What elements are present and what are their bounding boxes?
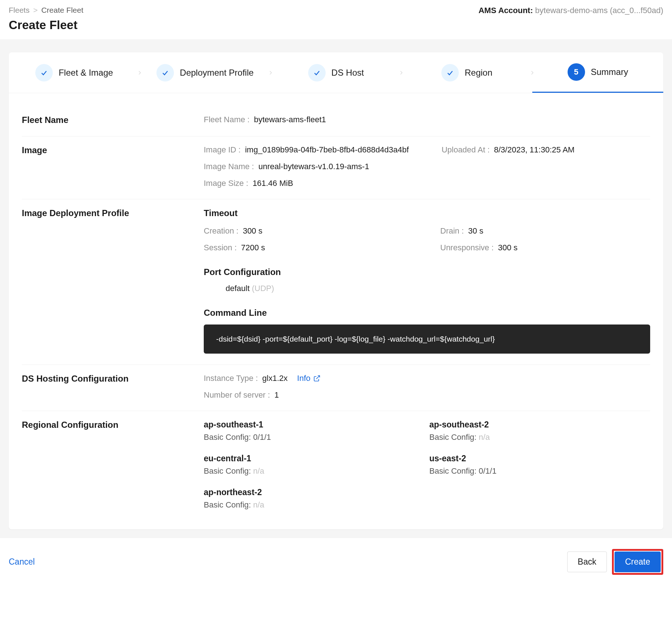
region-name: ap-southeast-1	[204, 420, 415, 430]
page-title: Create Fleet	[9, 18, 83, 32]
step-label: DS Host	[331, 68, 364, 78]
main-card: Fleet & Image Deployment Profile DS Host	[9, 52, 663, 529]
section-heading: Image	[22, 145, 204, 188]
step-label: Deployment Profile	[180, 68, 254, 78]
footer: Cancel Back Create	[0, 538, 672, 578]
cancel-link[interactable]: Cancel	[9, 557, 35, 567]
drain-value: 30 s	[468, 226, 484, 236]
region-config: Basic Config: n/a	[429, 433, 640, 442]
region-item: us-east-2Basic Config: 0/1/1	[429, 454, 640, 476]
region-item: eu-central-1Basic Config: n/a	[204, 454, 415, 476]
region-config: Basic Config: 0/1/1	[429, 466, 640, 476]
section-deployment-profile: Image Deployment Profile Timeout Creatio…	[22, 199, 650, 365]
image-size-label: Image Size :	[204, 179, 248, 188]
step-deployment-profile[interactable]: Deployment Profile	[140, 52, 271, 93]
session-value: 7200 s	[241, 243, 265, 252]
session-label: Session :	[204, 243, 237, 252]
check-icon	[308, 64, 326, 81]
region-name: eu-central-1	[204, 454, 415, 463]
stepper: Fleet & Image Deployment Profile DS Host	[9, 52, 663, 93]
check-icon	[441, 64, 459, 81]
step-label: Summary	[591, 67, 628, 77]
port-name: default	[226, 284, 250, 293]
section-image: Image Image ID : img_0189b99a-04fb-7beb-…	[22, 136, 650, 199]
check-icon	[156, 64, 174, 81]
fleet-name-label: Fleet Name :	[204, 115, 250, 124]
check-icon	[35, 64, 53, 81]
account-value: bytewars-demo-ams (acc_0...f50ad)	[535, 6, 663, 15]
timeout-heading: Timeout	[204, 208, 650, 218]
image-name-value: unreal-bytewars-v1.0.19-ams-1	[258, 162, 369, 171]
section-heading: Image Deployment Profile	[22, 208, 204, 354]
instance-type-value: glx1.2x	[262, 374, 288, 383]
region-config: Basic Config: n/a	[204, 466, 415, 476]
external-link-icon	[313, 375, 321, 382]
region-config: Basic Config: 0/1/1	[204, 433, 415, 442]
command-line-heading: Command Line	[204, 308, 650, 318]
info-link[interactable]: Info	[297, 374, 321, 383]
step-summary[interactable]: 5 Summary	[532, 52, 663, 93]
region-item: ap-southeast-2Basic Config: n/a	[429, 420, 640, 442]
account-label: AMS Account:	[478, 6, 535, 15]
server-count-label: Number of server :	[204, 390, 270, 400]
create-button[interactable]: Create	[615, 552, 661, 572]
section-regional: Regional Configuration ap-southeast-1Bas…	[22, 411, 650, 521]
image-id-value: img_0189b99a-04fb-7beb-8fb4-d688d4d3a4bf	[245, 145, 409, 155]
region-config: Basic Config: n/a	[204, 500, 415, 510]
breadcrumb-root[interactable]: Fleets	[9, 6, 29, 15]
section-ds-hosting: DS Hosting Configuration Instance Type :…	[22, 365, 650, 411]
port-protocol: (UDP)	[252, 284, 274, 293]
step-number-badge: 5	[568, 63, 585, 81]
image-id-label: Image ID :	[204, 145, 240, 155]
step-label: Region	[465, 68, 492, 78]
drain-label: Drain :	[440, 226, 464, 236]
account-info: AMS Account: bytewars-demo-ams (acc_0...…	[478, 6, 663, 15]
section-heading: DS Hosting Configuration	[22, 374, 204, 400]
uploaded-at-value: 8/3/2023, 11:30:25 AM	[494, 145, 574, 155]
step-fleet-image[interactable]: Fleet & Image	[9, 52, 140, 93]
region-name: ap-southeast-2	[429, 420, 640, 430]
section-heading: Regional Configuration	[22, 420, 204, 510]
back-button[interactable]: Back	[567, 552, 607, 572]
port-config-heading: Port Configuration	[204, 267, 650, 277]
breadcrumb-current: Create Fleet	[41, 6, 83, 15]
region-name: ap-northeast-2	[204, 487, 415, 497]
creation-label: Creation :	[204, 226, 238, 236]
unresponsive-value: 300 s	[498, 243, 518, 252]
section-heading: Fleet Name	[22, 115, 204, 125]
command-line-value: -dsid=${dsid} -port=${default_port} -log…	[204, 325, 650, 354]
page-header: Fleets > Create Fleet Create Fleet AMS A…	[0, 0, 672, 39]
fleet-name-value: bytewars-ams-fleet1	[254, 115, 326, 124]
create-button-highlight: Create	[612, 549, 663, 575]
breadcrumb: Fleets > Create Fleet	[9, 6, 83, 15]
region-item: ap-northeast-2Basic Config: n/a	[204, 487, 415, 510]
step-ds-host[interactable]: DS Host	[271, 52, 402, 93]
region-item: ap-southeast-1Basic Config: 0/1/1	[204, 420, 415, 442]
image-size-value: 161.46 MiB	[253, 179, 293, 188]
region-name: us-east-2	[429, 454, 640, 463]
creation-value: 300 s	[243, 226, 262, 236]
uploaded-at-label: Uploaded At :	[442, 145, 490, 155]
instance-type-label: Instance Type :	[204, 374, 258, 383]
server-count-value: 1	[274, 390, 279, 400]
step-label: Fleet & Image	[59, 68, 113, 78]
breadcrumb-separator: >	[33, 6, 37, 15]
image-name-label: Image Name :	[204, 162, 254, 171]
step-region[interactable]: Region	[401, 52, 532, 93]
section-fleet-name: Fleet Name Fleet Name : bytewars-ams-fle…	[22, 106, 650, 136]
unresponsive-label: Unresponsive :	[440, 243, 494, 252]
